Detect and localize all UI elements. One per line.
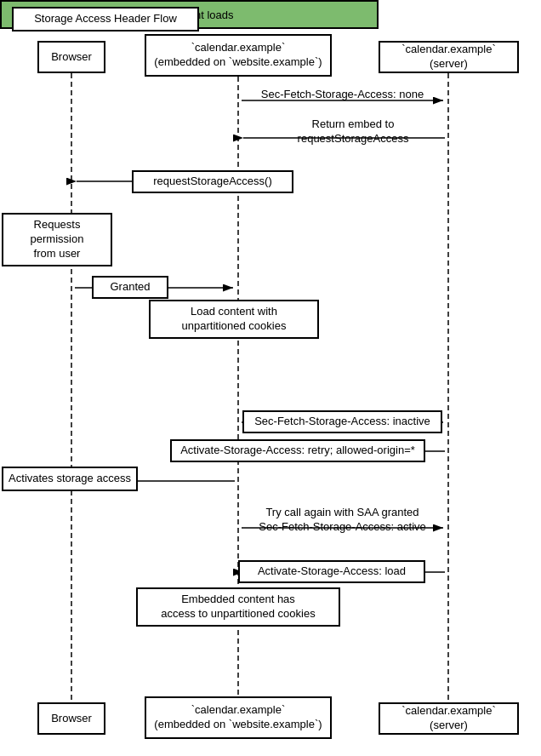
msg-try-call-again: Try call again with SAA granted Sec-Fetc… <box>242 506 442 535</box>
server-top-box: `calendar.example` (server) <box>379 41 519 73</box>
msg-embedded-content: Embedded content has access to unpartiti… <box>136 587 340 627</box>
msg-sec-fetch-none: Sec-Fetch-Storage-Access: none <box>242 88 442 102</box>
msg-return-embed: Return embed to requestStorageAccess <box>264 117 442 146</box>
browser-bottom-box: Browser <box>37 702 105 735</box>
msg-granted: Granted <box>92 276 168 299</box>
msg-activate-retry: Activate-Storage-Access: retry; allowed-… <box>170 439 425 462</box>
msg-load-content: Load content with unpartitioned cookies <box>149 300 319 339</box>
embed-bottom-box: `calendar.example` (embedded on `website… <box>145 696 332 739</box>
msg-requests-permission: Requests permission from user <box>2 213 112 266</box>
browser-top-box: Browser <box>37 41 105 73</box>
msg-request-storage-access: requestStorageAccess() <box>132 170 293 193</box>
msg-sec-fetch-inactive: Sec-Fetch-Storage-Access: inactive <box>242 410 442 433</box>
msg-activate-load: Activate-Storage-Access: load <box>238 560 425 583</box>
server-bottom-box: `calendar.example` (server) <box>379 702 519 735</box>
embed-top-box: `calendar.example` (embedded on `website… <box>145 34 332 77</box>
msg-activates-storage: Activates storage access <box>2 467 138 491</box>
diagram-title: Storage Access Header Flow <box>12 7 199 32</box>
